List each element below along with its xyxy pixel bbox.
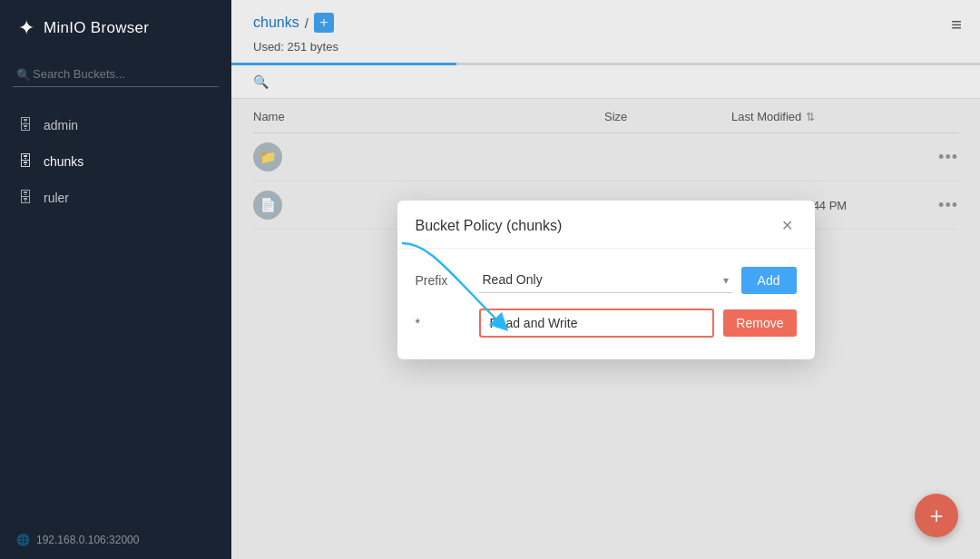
bucket-icon-chunks: 🗄 — [18, 153, 33, 170]
sidebar-item-label-chunks: chunks — [44, 154, 83, 169]
bucket-icon-ruler: 🗄 — [18, 190, 33, 206]
globe-icon: 🌐 — [16, 534, 30, 546]
sidebar: ✦ MinIO Browser 🔍 🗄 admin 🗄 chunks 🗄 rul… — [0, 0, 231, 559]
sidebar-search-area: 🔍 — [0, 56, 231, 100]
minio-logo-icon: ✦ — [18, 16, 34, 40]
bucket-policy-modal: Bucket Policy (chunks) ✕ Prefix Read Onl… — [397, 201, 815, 359]
sidebar-item-label-admin: admin — [44, 118, 78, 132]
bucket-icon-admin: 🗄 — [18, 117, 33, 133]
modal-close-button[interactable]: ✕ — [778, 217, 797, 235]
sidebar-item-label-ruler: ruler — [44, 191, 69, 205]
prefix-label: Prefix — [416, 273, 470, 288]
main-content: chunks / + Used: 251 bytes 🔍 Name Size L… — [231, 0, 980, 559]
remove-policy-button[interactable]: Remove — [723, 309, 796, 337]
sidebar-item-admin[interactable]: 🗄 admin — [0, 107, 231, 143]
add-policy-button[interactable]: Add — [741, 267, 797, 294]
modal-overlay: Bucket Policy (chunks) ✕ Prefix Read Onl… — [231, 0, 980, 559]
modal-title: Bucket Policy (chunks) — [416, 218, 563, 234]
existing-policy-row: * Read Only Write Only Read and Write Re… — [416, 309, 797, 338]
existing-policy-select[interactable]: Read Only Write Only Read and Write — [479, 309, 715, 338]
sidebar-logo-text: MinIO Browser — [44, 19, 149, 37]
sidebar-logo: ✦ MinIO Browser — [0, 0, 231, 56]
sidebar-nav: 🗄 admin 🗄 chunks 🗄 ruler — [0, 100, 231, 521]
modal-header: Bucket Policy (chunks) ✕ — [397, 201, 815, 249]
sidebar-footer: 🌐 192.168.0.106:32000 — [0, 521, 231, 559]
sidebar-item-ruler[interactable]: 🗄 ruler — [0, 180, 231, 216]
existing-prefix-value: * — [416, 316, 470, 330]
modal-body: Prefix Read Only Write Only Read and Wri… — [397, 249, 815, 359]
server-address: 192.168.0.106:32000 — [36, 534, 139, 546]
policy-type-select[interactable]: Read Only Write Only Read and Write — [479, 267, 732, 293]
add-policy-row: Prefix Read Only Write Only Read and Wri… — [416, 267, 797, 294]
search-buckets-input[interactable] — [13, 62, 219, 87]
policy-select-wrap: Read Only Write Only Read and Write ▾ — [479, 267, 732, 293]
sidebar-item-chunks[interactable]: 🗄 chunks — [0, 143, 231, 180]
